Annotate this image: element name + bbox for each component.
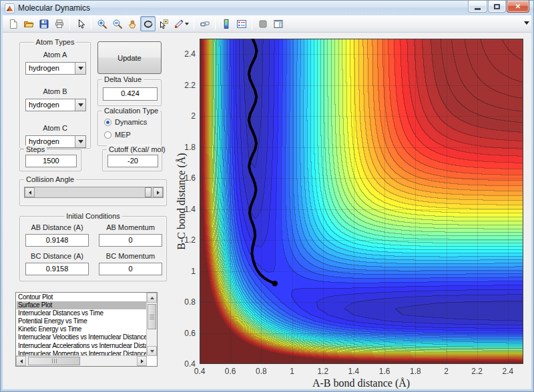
- list-item[interactable]: Internuclear Distances vs Time: [17, 309, 146, 317]
- plot-type-listbox[interactable]: Contour PlotSurface PlotInternuclear Dis…: [15, 292, 158, 367]
- vertical-scroll-thumb[interactable]: [148, 304, 156, 329]
- group-title: Cutoff (Kcal/ mol): [107, 145, 168, 153]
- collision-angle-group: Collision Angle: [19, 179, 167, 206]
- bc-distance-field[interactable]: 0.9158: [25, 263, 89, 275]
- horizontal-scroll-thumb[interactable]: [28, 357, 80, 365]
- atom-a-dropdown[interactable]: hydrogen: [25, 62, 86, 75]
- calculation-type-group: Calculation Type Dynamics MEP: [97, 111, 162, 146]
- group-title: Collision Angle: [24, 175, 76, 183]
- slider-thumb[interactable]: [145, 187, 152, 197]
- hide-plot-tools-button[interactable]: [255, 16, 270, 31]
- delta-value-field[interactable]: 0.424: [103, 87, 158, 101]
- radio-selected-icon[interactable]: [104, 119, 111, 126]
- radio-label: MEP: [115, 131, 131, 139]
- save-button[interactable]: [36, 16, 51, 31]
- list-item[interactable]: Surface Plot: [17, 301, 146, 309]
- data-cursor-icon: [158, 19, 169, 29]
- y-tick-label: 1.2: [173, 235, 196, 245]
- y-tick-label: 0.4: [173, 359, 196, 369]
- x-tick-label: 1: [281, 367, 304, 376]
- link-plots-button[interactable]: [197, 16, 212, 31]
- ab-distance-label: AB Distance (A): [25, 223, 89, 231]
- slider-left-arrow[interactable]: [25, 187, 35, 197]
- y-tick-label: 1.4: [173, 205, 196, 214]
- zoom-in-icon: [97, 19, 107, 29]
- toolbar-overflow-icon[interactable]: [524, 21, 529, 25]
- bc-momentum-field[interactable]: 0: [99, 263, 162, 275]
- insert-colorbar-button[interactable]: [218, 16, 234, 31]
- open-folder-icon: [23, 19, 34, 29]
- pes-contour-canvas[interactable]: [200, 39, 523, 364]
- group-title: Atom Types: [34, 38, 77, 46]
- down-arrow-icon: [150, 350, 154, 353]
- cutoff-field[interactable]: -20: [107, 155, 158, 167]
- print-button[interactable]: [51, 16, 67, 31]
- list-item[interactable]: Potential Energy vs Time: [17, 317, 146, 325]
- atom-b-dropdown[interactable]: hydrogen: [25, 99, 86, 111]
- group-title: Steps: [24, 145, 47, 153]
- zoom-in-button[interactable]: [94, 16, 109, 31]
- colorbar-icon: [221, 19, 232, 29]
- ab-distance-field[interactable]: 0.9148: [25, 234, 89, 247]
- steps-group: Steps 1500: [19, 149, 81, 171]
- save-icon: [39, 19, 49, 29]
- initial-conditions-group: Initial Conditions AB Distance (A) 0.914…: [19, 216, 167, 281]
- atom-b-label: Atom B: [20, 87, 90, 95]
- slider-right-arrow[interactable]: [153, 187, 163, 197]
- arrow-cursor-icon: [75, 19, 86, 29]
- close-button[interactable]: ✕: [507, 1, 529, 13]
- toolbar-separator: [252, 17, 252, 30]
- atom-types-group: Atom Types Atom A hydrogen Atom B hydrog…: [19, 42, 91, 149]
- zoom-out-icon: [112, 19, 123, 29]
- radio-label: Dynamics: [115, 118, 147, 126]
- steps-field[interactable]: 1500: [25, 155, 77, 167]
- list-item[interactable]: Kinetic Energy vs Time: [17, 325, 146, 333]
- list-item[interactable]: Internuclear Momenta vs Internuclear Dis…: [17, 350, 146, 355]
- radio-unselected-icon[interactable]: [104, 131, 111, 139]
- list-item[interactable]: Internuclear Accelerations vs Internucle…: [17, 342, 146, 350]
- scroll-up-button[interactable]: [147, 293, 157, 303]
- legend-icon: [236, 19, 247, 29]
- pan-button[interactable]: [125, 16, 140, 31]
- titlebar[interactable]: Molecular Dynamics ✕: [1, 1, 533, 15]
- zoom-out-button[interactable]: [109, 16, 125, 31]
- list-item[interactable]: Contour Plot: [17, 293, 146, 301]
- right-arrow-icon: [141, 359, 144, 363]
- window-title: Molecular Dynamics: [18, 3, 90, 13]
- vertical-scrollbar[interactable]: [146, 293, 157, 356]
- arrow-cursor-button[interactable]: [73, 16, 88, 31]
- new-file-button[interactable]: [5, 16, 21, 31]
- chevron-down-icon[interactable]: [75, 136, 85, 147]
- open-file-button[interactable]: [21, 16, 36, 31]
- x-tick-label: 0.8: [250, 367, 272, 376]
- toolbar-separator: [91, 17, 91, 30]
- list-item[interactable]: Internuclear Velocities vs Internuclear …: [17, 333, 146, 341]
- maximize-button[interactable]: [488, 1, 506, 13]
- bc-distance-label: BC Distance (A): [25, 252, 89, 260]
- show-plot-tools-dock-icon: [273, 19, 284, 29]
- ab-momentum-field[interactable]: 0: [99, 234, 162, 247]
- horizontal-scrollbar[interactable]: [16, 355, 147, 366]
- mep-radio[interactable]: MEP: [104, 131, 131, 139]
- scroll-left-button[interactable]: [16, 356, 26, 366]
- dynamics-radio[interactable]: Dynamics: [104, 118, 147, 126]
- insert-legend-button[interactable]: [234, 16, 249, 31]
- scroll-right-button[interactable]: [137, 356, 147, 366]
- figure-client-area: Atom Types Atom A hydrogen Atom B hydrog…: [3, 15, 531, 389]
- cutoff-group: Cutoff (Kcal/ mol) -20: [102, 149, 162, 171]
- left-arrow-icon: [20, 359, 23, 363]
- scroll-down-button[interactable]: [147, 346, 157, 356]
- minimize-button[interactable]: [468, 1, 487, 13]
- rotate-3d-button[interactable]: [140, 16, 156, 31]
- chevron-down-icon[interactable]: [75, 63, 85, 74]
- data-cursor-button[interactable]: [156, 16, 171, 31]
- chevron-down-icon[interactable]: [75, 99, 85, 111]
- show-plot-tools-dock-button[interactable]: [270, 16, 286, 31]
- toolbar-separator: [215, 17, 216, 30]
- update-button[interactable]: Update: [97, 41, 162, 74]
- brush-button[interactable]: [171, 16, 191, 31]
- brush-dropdown-icon[interactable]: [185, 23, 189, 25]
- atom-a-label: Atom A: [20, 51, 90, 59]
- collision-angle-slider[interactable]: [24, 187, 164, 198]
- delta-value-group: Delta Value 0.424: [97, 79, 162, 106]
